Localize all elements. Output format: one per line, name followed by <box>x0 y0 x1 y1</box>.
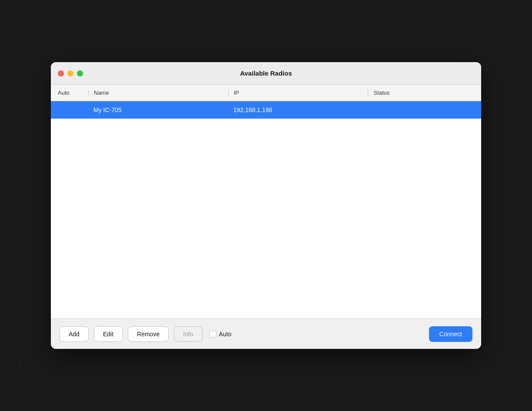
window-title: Available Radios <box>240 70 292 77</box>
minimize-button[interactable] <box>67 70 73 76</box>
remove-button[interactable]: Remove <box>128 326 169 342</box>
table-row[interactable]: My IC-705 192.168.1.198 <box>51 101 481 119</box>
auto-checkbox[interactable] <box>209 331 216 338</box>
col-header-name: Name <box>88 89 228 96</box>
maximize-button[interactable] <box>77 70 83 76</box>
auto-checkbox-group: Auto <box>209 331 232 338</box>
row-name: My IC-705 <box>88 106 228 113</box>
info-button[interactable]: Info <box>174 326 202 342</box>
col-header-ip: IP <box>228 89 368 96</box>
row-ip: 192.168.1.198 <box>228 106 368 113</box>
titlebar: Available Radios <box>51 62 481 85</box>
window-controls <box>58 70 83 76</box>
add-button[interactable]: Add <box>60 326 89 342</box>
connect-button[interactable]: Connect <box>429 326 472 342</box>
radio-table: My IC-705 192.168.1.198 <box>51 101 481 318</box>
auto-label: Auto <box>219 331 232 338</box>
edit-button[interactable]: Edit <box>94 326 123 342</box>
close-button[interactable] <box>58 70 64 76</box>
main-window: Available Radios Auto Name IP Status My … <box>51 62 481 349</box>
col-header-auto: Auto <box>58 89 88 96</box>
table-header: Auto Name IP Status <box>51 85 481 101</box>
toolbar: Add Edit Remove Info Auto Connect <box>51 318 481 349</box>
col-header-status: Status <box>368 89 474 96</box>
